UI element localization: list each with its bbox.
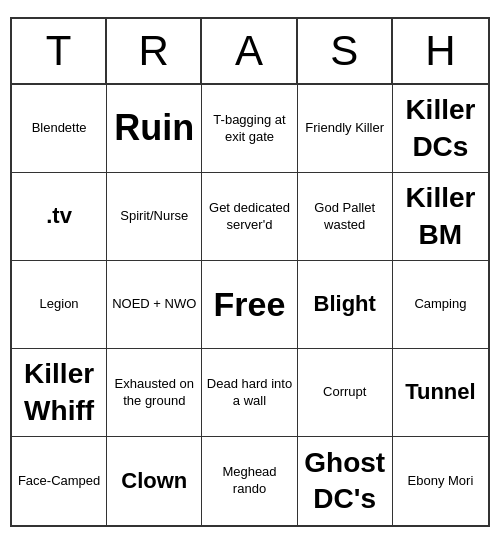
bingo-card: TRASH BlendetteRuinT-bagging at exit gat… (10, 17, 490, 527)
bingo-cell: Get dedicated server'd (202, 173, 297, 261)
cell-text: Face-Camped (18, 473, 100, 490)
cell-text: Killer DCs (397, 92, 484, 165)
cell-text: Free (214, 282, 286, 326)
cell-text: Exhausted on the ground (111, 376, 197, 410)
cell-text: Killer Whiff (16, 356, 102, 429)
bingo-cell: Meghead rando (202, 437, 297, 525)
cell-text: Blendette (32, 120, 87, 137)
cell-text: T-bagging at exit gate (206, 112, 292, 146)
bingo-cell: Blight (298, 261, 393, 349)
bingo-cell: Face-Camped (12, 437, 107, 525)
header-letter: H (393, 19, 488, 83)
bingo-cell: Exhausted on the ground (107, 349, 202, 437)
bingo-grid: BlendetteRuinT-bagging at exit gateFrien… (12, 85, 488, 525)
cell-text: God Pallet wasted (302, 200, 388, 234)
cell-text: Dead hard into a wall (206, 376, 292, 410)
bingo-cell: Friendly Killer (298, 85, 393, 173)
bingo-cell: Spirit/Nurse (107, 173, 202, 261)
bingo-header: TRASH (12, 19, 488, 85)
bingo-cell: .tv (12, 173, 107, 261)
cell-text: Legion (40, 296, 79, 313)
bingo-cell: Blendette (12, 85, 107, 173)
bingo-cell: Free (202, 261, 297, 349)
header-letter: T (12, 19, 107, 83)
bingo-cell: T-bagging at exit gate (202, 85, 297, 173)
cell-text: Clown (121, 467, 187, 496)
bingo-cell: Camping (393, 261, 488, 349)
bingo-cell: Clown (107, 437, 202, 525)
cell-text: Ruin (114, 105, 194, 152)
bingo-cell: Killer DCs (393, 85, 488, 173)
header-letter: R (107, 19, 202, 83)
bingo-cell: Ebony Mori (393, 437, 488, 525)
bingo-cell: Ghost DC's (298, 437, 393, 525)
header-letter: A (202, 19, 297, 83)
cell-text: Camping (414, 296, 466, 313)
bingo-cell: Killer BM (393, 173, 488, 261)
bingo-cell: Corrupt (298, 349, 393, 437)
cell-text: NOED + NWO (112, 296, 196, 313)
cell-text: Killer BM (397, 180, 484, 253)
cell-text: Corrupt (323, 384, 366, 401)
cell-text: Ghost DC's (302, 445, 388, 518)
bingo-cell: Legion (12, 261, 107, 349)
cell-text: Get dedicated server'd (206, 200, 292, 234)
cell-text: Spirit/Nurse (120, 208, 188, 225)
cell-text: Meghead rando (206, 464, 292, 498)
cell-text: .tv (46, 202, 72, 231)
cell-text: Blight (314, 290, 376, 319)
header-letter: S (298, 19, 393, 83)
cell-text: Tunnel (405, 378, 475, 407)
bingo-cell: Tunnel (393, 349, 488, 437)
cell-text: Ebony Mori (408, 473, 474, 490)
bingo-cell: Killer Whiff (12, 349, 107, 437)
bingo-cell: Dead hard into a wall (202, 349, 297, 437)
cell-text: Friendly Killer (305, 120, 384, 137)
bingo-cell: Ruin (107, 85, 202, 173)
bingo-cell: God Pallet wasted (298, 173, 393, 261)
bingo-cell: NOED + NWO (107, 261, 202, 349)
